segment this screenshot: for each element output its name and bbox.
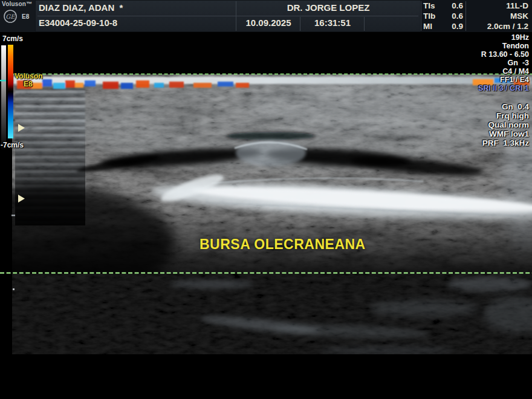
composite-setting: C4 / M4	[502, 67, 529, 76]
ti-row: TIb 0.6	[423, 11, 463, 22]
frequency-range: R 13.60 - 6.50	[481, 50, 529, 59]
exam-id: E34004-25-09-10-8	[39, 18, 117, 28]
color-frequency: Frq high	[496, 111, 529, 120]
tis-label: TIs	[423, 1, 435, 11]
probe-label: 11L-D	[462, 1, 528, 11]
velocity-scale-max: 7cm/s	[2, 34, 23, 43]
header-divider	[421, 1, 421, 31]
color-quality: Qual norm	[488, 120, 529, 129]
mi-label: MI	[423, 22, 432, 32]
depth-marker	[13, 288, 15, 290]
preset-tendon: Tendon	[502, 42, 529, 50]
voluson-watermark: Voluson	[15, 72, 42, 80]
ultrasound-image: 7cm/s -7cm/s Voluson E8 19Hz Tendon R 13…	[0, 32, 532, 399]
exam-time: 16:31:51	[301, 18, 364, 28]
patient-name: DIAZ DIAZ, ADAN *	[39, 2, 123, 13]
color-gain: Gn 0.4	[502, 102, 529, 111]
exam-date: 10.09.2025	[237, 18, 300, 28]
ultrasound-screen: Voluson™ GE E8 DIAZ DIAZ, ADAN * E34004-…	[0, 0, 532, 399]
annotation-text: BURSA OLECRANEANA	[199, 236, 366, 253]
logo-block: Voluson™ GE E8	[0, 0, 35, 32]
ti-row: MI 0.9	[423, 22, 463, 32]
b-gain: Gn -3	[508, 59, 529, 67]
depth-marker	[11, 215, 15, 216]
product-logo: Voluson™	[2, 1, 32, 7]
ff-e-setting: FF1 / E4	[500, 76, 529, 84]
frame-rate: 19Hz	[511, 33, 529, 42]
color-prf: PRF 1.3kHz	[482, 138, 529, 148]
scale-tick	[0, 80, 6, 82]
wall-motion-filter: WMF low1	[489, 129, 529, 138]
model-label: E8	[22, 13, 29, 20]
ultrasound-render	[0, 32, 532, 399]
preset-label: MSK	[462, 11, 528, 22]
voluson-watermark-model: E8	[24, 80, 33, 88]
svg-text:GE: GE	[5, 13, 16, 20]
header-bar: Voluson™ GE E8 DIAZ DIAZ, ADAN * E34004-…	[0, 0, 532, 32]
color-flow-scale-bar	[8, 45, 13, 138]
sri-cri-setting: SRI II 3 / CRI 1	[478, 84, 529, 92]
tib-label: TIb	[423, 11, 435, 22]
ge-logo-icon: GE	[3, 9, 18, 24]
velocity-scale-min: -7cm/s	[1, 141, 24, 149]
physician-name: DR. JORGE LOPEZ	[237, 2, 420, 13]
depth-zoom-label: 2.0cm / 1.2	[462, 22, 528, 32]
header-divider	[37, 16, 418, 16]
header-divider	[300, 17, 300, 31]
ti-row: TIs 0.6	[423, 1, 463, 11]
grayscale-bar	[1, 45, 6, 149]
header-divider	[364, 17, 365, 31]
